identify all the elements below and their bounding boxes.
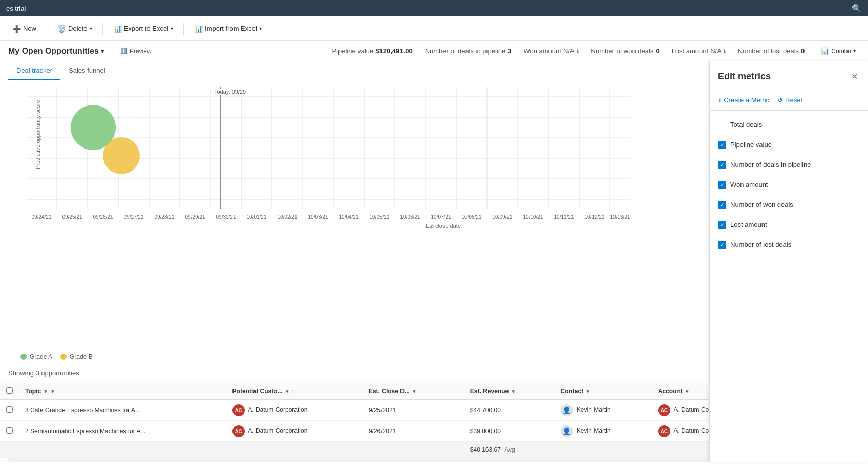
deals-in-pipeline-value: 3: [507, 47, 511, 55]
row1-customer-avatar: AC: [232, 404, 245, 416]
new-icon: ➕: [12, 25, 21, 33]
lost-deals-edit-button[interactable]: ✏️: [837, 240, 848, 249]
lost-amount-checkbox[interactable]: ✓: [718, 221, 726, 229]
topic-filter-icon[interactable]: ▼: [50, 389, 55, 394]
tab-sales-funnel[interactable]: Sales funnel: [60, 61, 114, 80]
lost-deals-checkbox[interactable]: ✓: [718, 241, 726, 249]
combo-button[interactable]: 📊 Combo ▾: [817, 45, 860, 57]
svg-text:10/10/21: 10/10/21: [523, 214, 543, 220]
account-sort-icon[interactable]: ▼: [685, 389, 690, 394]
separator-1: [47, 23, 47, 35]
bubble-grade-b: [103, 137, 140, 174]
import-button[interactable]: 📊 Import from Excel ▾: [190, 23, 266, 35]
deals-in-pipeline-edit-button[interactable]: ✏️: [837, 160, 848, 170]
svg-text:10/07/21: 10/07/21: [431, 214, 451, 220]
lost-amount-delete-button[interactable]: 🗑️: [850, 220, 860, 229]
pipeline-value-item: Pipeline value $120,491.00: [332, 47, 412, 55]
header-est-revenue[interactable]: Est. Revenue ▼: [464, 383, 555, 400]
contact-sort-icon[interactable]: ▼: [585, 389, 590, 394]
row2-topic[interactable]: 2 Semiautomatic Espresso Machines for A.…: [19, 421, 226, 442]
svg-text:09/25/21: 09/25/21: [62, 214, 82, 220]
grade-a-label: Grade A: [30, 353, 52, 361]
won-amount-value: N/A: [563, 47, 575, 55]
import-dropdown-icon[interactable]: ▾: [259, 26, 262, 31]
close-panel-button[interactable]: ✕: [849, 70, 860, 83]
search-icon[interactable]: 🔍: [852, 4, 862, 13]
table-count: Showing 3 opportunities: [8, 369, 79, 377]
deals-in-pipeline-label: Number of deals in pipeline: [730, 161, 833, 168]
svg-text:10/11/21: 10/11/21: [554, 214, 574, 220]
total-deals-checkbox[interactable]: [718, 121, 726, 129]
row2-contact: 👤 Kevin Martin: [555, 421, 652, 442]
today-label: Today, 09/29: [214, 89, 246, 95]
preview-area[interactable]: ℹ️ Preview: [116, 46, 156, 57]
delete-button[interactable]: 🗑️ Delete ▾: [53, 23, 96, 35]
row1-topic[interactable]: 3 Café Grande Espresso Machines for A...: [19, 400, 226, 421]
view-title[interactable]: My Open Opportunities ▾: [8, 47, 104, 56]
pipeline-value-edit-button[interactable]: ✏️: [837, 140, 848, 150]
svg-text:09/28/21: 09/28/21: [155, 214, 175, 220]
lost-amount-edit-button[interactable]: ✏️: [837, 220, 848, 229]
row1-checkbox[interactable]: [6, 406, 13, 413]
pipeline-value-delete-button[interactable]: 🗑️: [850, 140, 860, 150]
export-dropdown-icon[interactable]: ▾: [171, 26, 173, 31]
create-metric-button[interactable]: + Create a Metric: [718, 96, 769, 104]
won-deals-item: Number of won deals 0: [591, 47, 660, 55]
row2-customer[interactable]: AC A. Datum Corporation: [226, 421, 363, 442]
revenue-sort-icon[interactable]: ▼: [511, 389, 516, 394]
row1-customer[interactable]: AC A. Datum Corporation: [226, 400, 363, 421]
deals-in-pipeline-checkbox[interactable]: ✓: [718, 161, 726, 169]
row1-revenue: $44,700.00: [464, 400, 555, 421]
row2-revenue: $39,800.00: [464, 421, 555, 442]
header-est-close-date[interactable]: Est. Close D... ▼ ↑: [363, 383, 464, 400]
total-deals-edit-button[interactable]: ✏️: [837, 120, 848, 130]
won-amount-checkbox[interactable]: ✓: [718, 181, 726, 189]
lost-amount-info-icon[interactable]: ℹ: [724, 48, 726, 54]
main-content: Deal tracker Sales funnel Today, 09/29: [0, 61, 868, 462]
close-date-filter-icon[interactable]: ▼: [412, 389, 417, 394]
metrics-list: Total deals ✏️ 🗑️ ✓ Pipeline value ✏️ 🗑️…: [710, 111, 868, 462]
total-deals-delete-button[interactable]: 🗑️: [850, 120, 860, 130]
combo-dropdown-icon[interactable]: ▾: [853, 48, 856, 54]
pipeline-value-checkbox[interactable]: ✓: [718, 141, 726, 149]
topic-sort-icon[interactable]: ▼: [43, 389, 48, 394]
header-contact[interactable]: Contact ▼: [555, 383, 652, 400]
won-deals-checkbox[interactable]: ✓: [718, 201, 726, 209]
reset-metrics-button[interactable]: ↺ Reset: [777, 96, 802, 104]
metric-item-lost-deals: ✓ Number of lost deals ✏️ 🗑️: [710, 235, 868, 255]
row2-close-date: 9/26/2021: [363, 421, 464, 442]
won-deals-label: Number of won deals: [730, 201, 833, 208]
close-date-sort-icon[interactable]: ↑: [419, 389, 421, 394]
grade-a-dot: [20, 354, 27, 360]
lost-deals-value: 0: [801, 47, 805, 55]
lost-deals-delete-button[interactable]: 🗑️: [850, 240, 860, 249]
customer-sort-icon[interactable]: ↑: [292, 389, 294, 394]
row2-checkbox[interactable]: [6, 427, 13, 434]
won-deals-edit-button[interactable]: ✏️: [837, 200, 848, 209]
tab-deal-tracker[interactable]: Deal tracker: [8, 61, 60, 80]
won-amount-info-icon[interactable]: ℹ: [577, 48, 579, 54]
deals-in-pipeline-delete-button[interactable]: 🗑️: [850, 160, 860, 170]
header-topic[interactable]: Topic ▼ ▼: [19, 383, 226, 400]
svg-text:09/26/21: 09/26/21: [93, 214, 113, 220]
won-deals-delete-button[interactable]: 🗑️: [850, 200, 860, 209]
customer-filter-icon[interactable]: ▼: [285, 389, 290, 394]
import-icon: 📊: [194, 25, 203, 33]
metric-item-pipeline-value: ✓ Pipeline value ✏️ 🗑️: [710, 135, 868, 155]
won-amount-edit-button[interactable]: ✏️: [837, 180, 848, 189]
won-amount-delete-button[interactable]: 🗑️: [850, 180, 860, 189]
metric-item-won-deals: ✓ Number of won deals ✏️ 🗑️: [710, 195, 868, 215]
pipeline-value: $120,491.00: [375, 47, 412, 55]
select-all-checkbox[interactable]: [6, 387, 13, 394]
delete-dropdown-icon[interactable]: ▾: [90, 26, 92, 31]
metric-item-total-deals: Total deals ✏️ 🗑️: [710, 115, 868, 135]
svg-text:09/27/21: 09/27/21: [124, 214, 144, 220]
view-dropdown-icon[interactable]: ▾: [101, 48, 104, 55]
new-button[interactable]: ➕ New: [8, 23, 40, 35]
export-button[interactable]: 📊 Export to Excel ▾: [109, 23, 177, 35]
row1-close-date: 9/25/2021: [363, 400, 464, 421]
header-potential-customer[interactable]: Potential Custo... ▼ ↑: [226, 383, 363, 400]
info-icon: ℹ️: [120, 48, 128, 54]
row1-contact-avatar: 👤: [561, 404, 573, 416]
lost-deals-label: Number of lost deals: [730, 241, 833, 248]
